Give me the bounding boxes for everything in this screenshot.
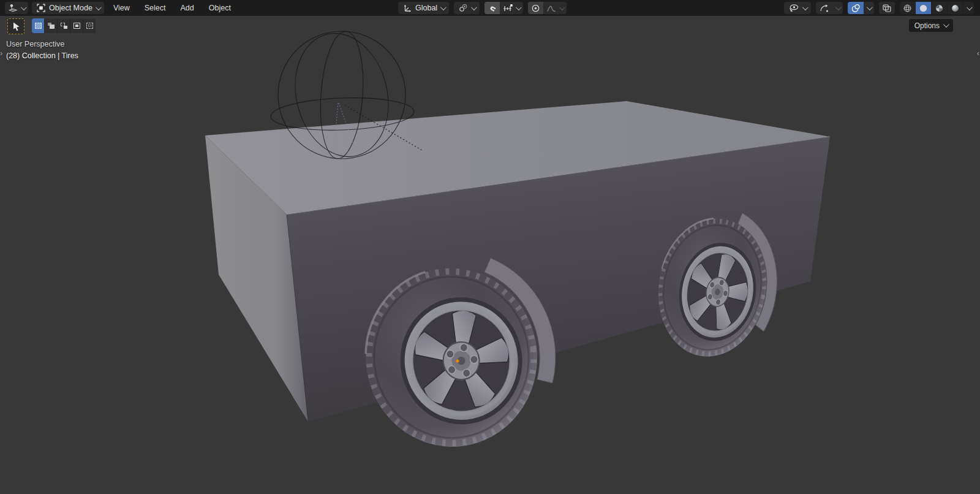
orientation-label: Global [415,4,437,12]
chevron-down-icon [471,4,477,10]
select-mode-extend[interactable] [45,18,58,33]
chevron-down-icon [943,21,949,28]
select-set-icon [35,23,42,29]
select-mode-subtract[interactable] [58,18,70,33]
toolbar-expand-arrow[interactable]: › [0,49,2,57]
overlays-dropdown[interactable] [864,2,874,14]
snap-magnet-icon [488,4,497,13]
select-intersect-icon [86,23,93,29]
snap-target-dropdown[interactable] [500,2,523,14]
menu-add[interactable]: Add [175,0,200,16]
shading-material-preview-icon [935,4,944,13]
show-object-types-eye-icon [788,4,799,13]
shading-solid-button[interactable] [916,2,932,14]
shading-material-button[interactable] [932,2,948,14]
shading-wireframe-icon [903,4,912,13]
chevron-down-icon [516,4,522,10]
transform-orientation-icon [402,3,412,13]
chevron-down-icon [835,4,842,10]
cursor-arrow-icon [12,21,21,31]
select-mode-group [32,18,96,33]
overlays-control [848,2,874,14]
sidebar-expand-arrow[interactable]: ‹ [977,49,979,57]
shading-rendered-icon [951,4,960,13]
viewport-overlays-icon [851,4,861,13]
mode-dropdown[interactable]: Object Mode [32,2,104,14]
shading-mode-control [900,2,974,14]
select-invert-icon [74,23,80,29]
select-mode-set[interactable] [32,18,45,33]
collection-object-overlay: (28) Collection | Tires [6,51,78,60]
proportional-editing-control [528,2,567,14]
active-tool-select-box[interactable] [7,18,24,34]
pivot-point-icon [458,3,468,13]
view-name-overlay: User Perspective [6,40,64,48]
viewport-3d[interactable] [0,0,980,494]
toggle-xray-icon [882,4,892,13]
mode-label: Object Mode [49,4,92,12]
proportional-falloff-dropdown[interactable] [543,2,567,14]
select-subtract-icon [61,23,67,29]
tool-settings-row [7,18,96,34]
object-mode-icon [36,3,46,13]
proportional-editing-icon [531,4,540,13]
snap-increment-icon [503,4,513,13]
options-label: Options [914,21,940,30]
select-mode-intersect[interactable] [83,18,96,33]
select-mode-invert[interactable] [70,18,83,33]
proportional-editing-toggle[interactable] [528,2,543,14]
show-object-types-dropdown[interactable] [784,2,811,14]
chevron-down-icon [440,4,447,10]
proportional-falloff-curve-icon [546,4,557,13]
pivot-point-dropdown[interactable] [454,2,480,14]
menu-select[interactable]: Select [139,0,172,16]
viewport-header: Object Mode View Select Add Object Globa… [0,0,980,16]
gizmo-dropdown[interactable] [832,2,843,14]
shading-rendered-button[interactable] [948,2,963,14]
menu-object[interactable]: Object [203,0,236,16]
editor-type-3d-viewport-icon [8,4,18,13]
shading-solid-icon [919,4,928,13]
select-extend-icon [48,23,55,29]
chevron-down-icon [21,4,27,10]
menu-view[interactable]: View [108,0,135,16]
shading-wireframe-button[interactable] [900,2,916,14]
shading-dropdown[interactable] [963,2,974,14]
snap-control [484,2,523,14]
transform-orientation-dropdown[interactable]: Global [398,2,449,14]
chevron-down-icon [867,4,873,10]
show-gizmo-toggle[interactable] [816,2,832,14]
toggle-xray-button[interactable] [879,2,895,14]
show-overlays-toggle[interactable] [848,2,864,14]
chevron-down-icon [559,4,565,10]
snap-toggle-button[interactable] [484,2,500,14]
gizmos-control [816,2,843,14]
chevron-down-icon [802,4,809,10]
chevron-down-icon [96,4,102,10]
options-button[interactable]: Options [909,19,953,32]
viewport-gizmos-icon [819,4,829,13]
editor-type-button[interactable] [5,2,28,14]
chevron-down-icon [967,4,973,10]
object-origin-dot [456,359,459,362]
